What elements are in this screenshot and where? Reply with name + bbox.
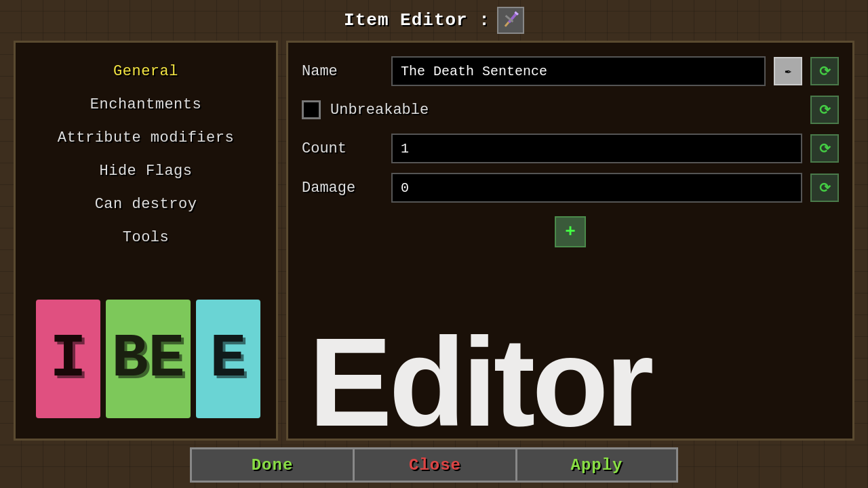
- refresh-icon: ⟳: [819, 63, 831, 80]
- logo-be: BE: [106, 300, 191, 418]
- unbreakable-checkbox[interactable]: [302, 100, 321, 119]
- count-input[interactable]: [391, 134, 802, 163]
- close-button[interactable]: Close: [353, 447, 515, 483]
- refresh-icon-3: ⟳: [819, 140, 831, 157]
- damage-row: Damage ⟳: [302, 173, 839, 203]
- feather-icon: ✒: [785, 64, 791, 78]
- add-button-row: +: [302, 216, 839, 247]
- unbreakable-label: Unbreakable: [330, 102, 801, 119]
- header-title: Item Editor :: [344, 10, 490, 30]
- sidebar-logo: I BE E: [36, 300, 260, 418]
- watermark-text: Editor: [309, 320, 852, 441]
- done-button[interactable]: Done: [190, 447, 353, 483]
- refresh-icon-4: ⟳: [819, 180, 831, 197]
- main-layout: General Enchantments Attribute modifiers…: [14, 41, 854, 441]
- unbreakable-row: Unbreakable ⟳: [302, 96, 839, 124]
- name-label: Name: [302, 63, 383, 80]
- sidebar: General Enchantments Attribute modifiers…: [14, 41, 278, 441]
- plus-icon: +: [565, 222, 576, 242]
- count-row: Count ⟳: [302, 134, 839, 163]
- content-panel: Name ✒ ⟳ Unbreakable ⟳ Count ⟳: [286, 41, 854, 441]
- sidebar-item-hide-flags[interactable]: Hide Flags: [16, 156, 276, 186]
- sidebar-item-attribute-modifiers[interactable]: Attribute modifiers: [16, 123, 276, 153]
- count-label: Count: [302, 140, 383, 157]
- bottom-bar: Done Close Apply: [0, 442, 868, 488]
- apply-button[interactable]: Apply: [515, 447, 678, 483]
- name-icon-button[interactable]: ✒: [774, 57, 802, 85]
- damage-input[interactable]: [391, 173, 802, 203]
- name-row: Name ✒ ⟳: [302, 56, 839, 86]
- name-refresh-button[interactable]: ⟳: [810, 57, 839, 85]
- logo-i: I: [36, 300, 100, 418]
- sidebar-item-enchantments[interactable]: Enchantments: [16, 89, 276, 120]
- logo-e: E: [196, 300, 260, 418]
- header: Item Editor :: [0, 0, 868, 41]
- sidebar-item-tools[interactable]: Tools: [16, 222, 276, 253]
- item-icon: [497, 7, 524, 34]
- count-refresh-button[interactable]: ⟳: [810, 134, 839, 163]
- add-button[interactable]: +: [555, 216, 586, 247]
- sidebar-item-general[interactable]: General: [16, 56, 276, 87]
- svg-rect-3: [505, 22, 509, 27]
- damage-label: Damage: [302, 180, 383, 197]
- unbreakable-refresh-button[interactable]: ⟳: [810, 96, 839, 124]
- name-input[interactable]: [391, 56, 766, 86]
- refresh-icon-2: ⟳: [819, 102, 831, 119]
- damage-refresh-button[interactable]: ⟳: [810, 174, 839, 202]
- sidebar-item-can-destroy[interactable]: Can destroy: [16, 189, 276, 220]
